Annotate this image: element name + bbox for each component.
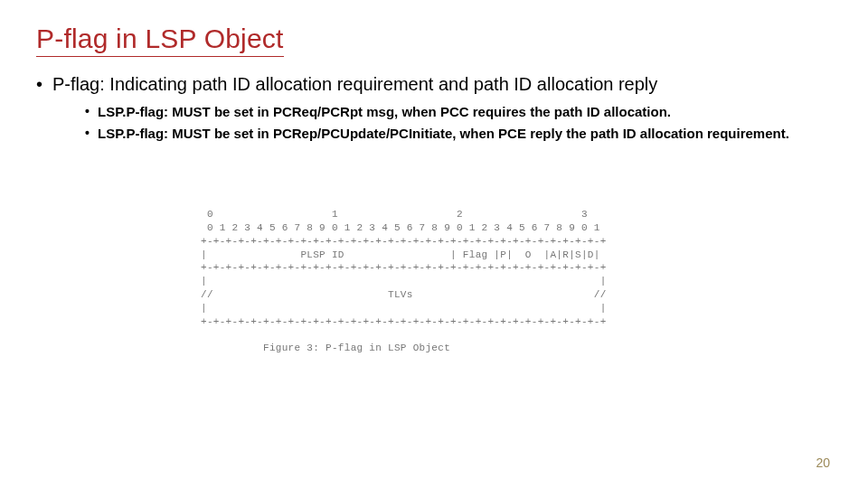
sub2-text: LSP.P-flag: MUST be set in PCRep/PCUpdat… xyxy=(98,126,789,141)
fig-divider: +-+-+-+-+-+-+-+-+-+-+-+-+-+-+-+-+-+-+-+-… xyxy=(201,262,607,273)
fig-divider: +-+-+-+-+-+-+-+-+-+-+-+-+-+-+-+-+-+-+-+-… xyxy=(201,236,607,247)
fig-bit-nums: 0 1 2 3 4 5 6 7 8 9 0 1 2 3 4 5 6 7 8 9 … xyxy=(201,222,600,233)
bullet-list: P-flag: Indicating path ID allocation re… xyxy=(33,72,832,147)
fig-row-tlv-blank: | | xyxy=(201,276,607,286)
bullet1-text: P-flag: Indicating path ID allocation re… xyxy=(52,74,657,94)
sub1-text: LSP.P-flag: MUST be set in PCReq/PCRpt m… xyxy=(98,104,671,119)
sub-bullet-group: LSP.P-flag: MUST be set in PCReq/PCRpt m… xyxy=(33,103,832,144)
bullet-level2: LSP.P-flag: MUST be set in PCRep/PCUpdat… xyxy=(85,125,832,143)
slide-title: P-flag in LSP Object xyxy=(36,23,284,57)
fig-row-tlv-blank: | | xyxy=(201,303,607,314)
page-number: 20 xyxy=(816,455,830,470)
fig-header-nums: 0 1 2 3 xyxy=(201,209,588,220)
fig-row-plsp: | PLSP ID | Flag |P| O |A|R|S|D| xyxy=(201,249,600,260)
fig-divider-open: +-+-+-+-+-+-+-+-+-+-+-+-+-+-+-+-+-+-+-+-… xyxy=(201,316,607,327)
bullet-level2: LSP.P-flag: MUST be set in PCReq/PCRpt m… xyxy=(85,103,832,121)
slide: P-flag in LSP Object P-flag: Indicating … xyxy=(0,0,868,488)
bullet-level1: P-flag: Indicating path ID allocation re… xyxy=(33,72,832,96)
fig-caption: Figure 3: P-flag in LSP Object xyxy=(263,343,450,353)
ascii-figure: 0 1 2 3 0 1 2 3 4 5 6 7 8 9 0 1 2 3 4 5 … xyxy=(201,208,671,355)
fig-row-tlv: // TLVs // xyxy=(201,289,607,300)
